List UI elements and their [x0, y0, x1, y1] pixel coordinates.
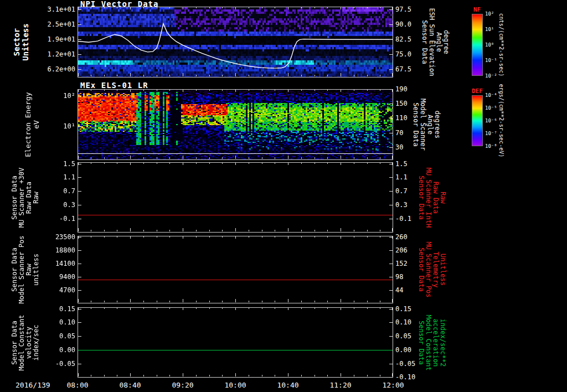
- axis-tick: [315, 90, 315, 91]
- tick-label-left: 6.2e+00: [43, 66, 75, 73]
- axis-label-line: Raw Data: [432, 167, 439, 227]
- axis-tick: [275, 163, 275, 164]
- axis-tick: [249, 163, 249, 164]
- axis-tick: [143, 90, 144, 91]
- npi-spectrogram-panel: [78, 7, 393, 78]
- time-tick-label: 11:20: [323, 381, 358, 389]
- tick-label-left: 10¹: [43, 123, 75, 130]
- axis-label-line: Raw: [33, 167, 40, 227]
- axis-tick: [235, 156, 236, 159]
- axis-tick: [222, 7, 223, 8]
- axis-tick: [275, 308, 275, 309]
- left-axis-label: Sensor DataModel Scanner PosRawunitless: [11, 236, 40, 304]
- tick-label-left: 14100: [43, 260, 75, 267]
- axis-tick: [78, 277, 81, 277]
- axis-tick: [380, 301, 380, 302]
- axis-tick: [354, 230, 354, 231]
- axis-tick: [301, 90, 302, 91]
- tick-label-left: 0.00: [43, 347, 75, 353]
- axis-tick: [78, 156, 79, 159]
- axis-tick: [222, 163, 223, 164]
- axis-tick: [143, 75, 144, 76]
- axis-tick: [288, 90, 288, 92]
- axis-tick: [354, 308, 354, 309]
- series-line: [78, 215, 393, 215]
- axis-tick: [209, 230, 210, 231]
- axis-tick: [354, 375, 354, 376]
- mu-scanner-30v-panel: [78, 162, 393, 233]
- tick-label-right: -0.10: [395, 374, 425, 380]
- axis-tick: [380, 230, 380, 231]
- axis-tick: [196, 157, 197, 159]
- axis-tick: [196, 75, 197, 76]
- axis-tick: [275, 236, 275, 238]
- tick-label-left: 23500: [43, 234, 75, 240]
- axis-tick: [262, 375, 262, 376]
- axis-tick: [341, 73, 341, 76]
- axis-tick: [262, 236, 262, 238]
- axis-tick: [315, 163, 315, 164]
- axis-tick: [157, 75, 157, 76]
- axis-tick: [315, 301, 315, 302]
- tick-label-left: 2.5e+01: [43, 21, 75, 28]
- axis-tick: [354, 163, 354, 164]
- axis-tick: [315, 75, 315, 76]
- axis-tick: [209, 375, 210, 376]
- axis-tick: [196, 375, 197, 376]
- axis-tick: [130, 73, 131, 76]
- axis-tick: [196, 236, 197, 238]
- axis-tick: [157, 301, 157, 302]
- axis-tick: [78, 219, 81, 219]
- axis-tick: [389, 54, 393, 55]
- axis-tick: [157, 157, 157, 159]
- axis-tick: [389, 24, 393, 25]
- axis-tick: [117, 7, 117, 8]
- axis-tick: [341, 228, 341, 231]
- axis-tick: [392, 7, 393, 9]
- axis-tick: [367, 163, 368, 164]
- axis-tick: [367, 7, 368, 8]
- axis-tick: [327, 301, 328, 302]
- axis-tick: [209, 301, 210, 302]
- axis-tick: [78, 290, 81, 291]
- axis-tick: [235, 236, 236, 239]
- right-axis-label: degreeAngleESH Sun ElevationSensor Data: [421, 8, 450, 76]
- axis-tick: [354, 90, 354, 91]
- axis-tick: [196, 230, 197, 231]
- axis-tick: [235, 228, 236, 231]
- left-axis-label: Electron EnergyeV: [24, 92, 40, 157]
- axis-tick: [249, 308, 249, 309]
- time-tick-label: 08:00: [60, 381, 95, 389]
- axis-tick: [249, 90, 249, 91]
- axis-tick: [143, 301, 144, 302]
- axis-tick: [78, 264, 81, 264]
- tick-label-left: 0.10: [43, 319, 75, 326]
- axis-tick: [354, 301, 354, 302]
- axis-tick: [78, 90, 79, 92]
- axis-tick: [262, 75, 262, 76]
- tick-label-right: 190: [395, 86, 425, 92]
- axis-tick: [301, 236, 302, 238]
- axis-tick: [157, 90, 157, 91]
- axis-tick: [389, 377, 393, 378]
- axis-tick: [275, 90, 275, 91]
- def-colorbar: [472, 95, 483, 146]
- axis-tick: [288, 373, 288, 376]
- tick-label-left: 3.1e+01: [43, 6, 75, 13]
- axis-tick: [367, 375, 368, 376]
- left-axis-label: SectorUnitless: [12, 23, 30, 60]
- tick-label-left: 0.15: [43, 306, 75, 312]
- axis-tick: [169, 90, 170, 91]
- def-colorbar-title: DEF: [472, 87, 483, 95]
- axis-tick: [392, 228, 393, 231]
- axis-tick: [104, 90, 105, 91]
- axis-tick: [389, 9, 393, 10]
- axis-tick: [143, 230, 144, 231]
- axis-tick: [354, 236, 354, 238]
- axis-tick: [389, 336, 393, 337]
- axis-label-line: MU Scanner IntH: [425, 167, 432, 227]
- axis-tick: [157, 236, 157, 238]
- axis-tick: [327, 163, 328, 164]
- axis-tick: [130, 228, 131, 231]
- axis-tick: [235, 373, 236, 376]
